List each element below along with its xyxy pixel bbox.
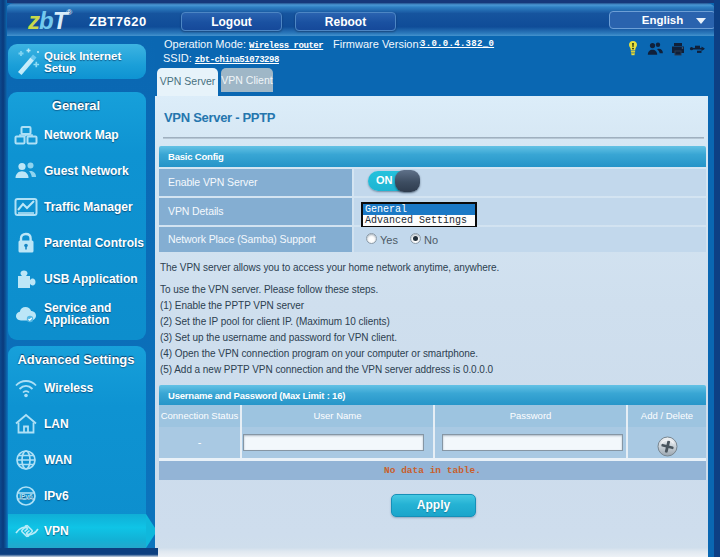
svg-text:IPv6: IPv6 bbox=[19, 493, 33, 500]
